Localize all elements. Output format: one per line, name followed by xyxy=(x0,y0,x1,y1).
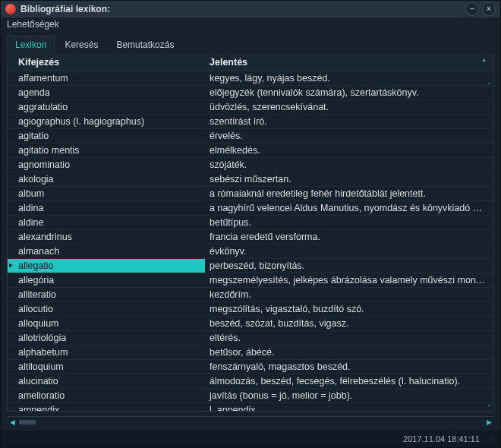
cell-meaning: fenszárnyaló, magasztos beszéd. xyxy=(205,360,493,374)
table-row[interactable]: almanachévkönyv. xyxy=(8,245,493,259)
status-datetime: 2017.11.04 18:41:11 xyxy=(403,434,480,443)
table-row[interactable]: allegóriamegszemélyesítés, jelképes ábrá… xyxy=(8,273,493,288)
table-row[interactable]: alexandrinusfrancia eredetű versforma. xyxy=(8,230,493,245)
table-row[interactable]: agitatio mentiselmélkedés. xyxy=(8,144,493,158)
cell-term: affamentum xyxy=(8,71,205,85)
cell-term: akologia xyxy=(8,172,205,186)
scroll-track[interactable] xyxy=(17,419,484,425)
cell-meaning: a rómaiaknál eredetileg fehér hirdetőtáb… xyxy=(205,187,493,200)
tab-kereses[interactable]: Keresés xyxy=(56,36,106,54)
cell-meaning: megszemélyesítés, jelképes ábrázolása va… xyxy=(205,273,493,287)
cell-meaning: perbeszéd, bizonyítás. xyxy=(205,259,493,273)
vertical-scrollbar[interactable]: ˄ ˅ xyxy=(484,81,494,412)
cell-meaning: kezdőrím. xyxy=(205,288,493,301)
horizontal-scrollbar[interactable]: ◀ ▶ xyxy=(7,416,494,427)
table-row[interactable]: allocutiomegszólítás, vigasztaló, buzdít… xyxy=(8,302,493,317)
tab-lexikon[interactable]: Lexikon xyxy=(7,36,55,54)
scroll-left-icon[interactable]: ◀ xyxy=(7,418,17,427)
tabs: Lexikon Keresés Bemutatkozás xyxy=(1,36,500,54)
cell-meaning: betűtípus. xyxy=(205,216,493,229)
cell-meaning: érvelés. xyxy=(205,129,493,143)
cell-term: alucinatio xyxy=(8,374,205,388)
statusbar: 2017.11.04 18:41:11 ⋰ xyxy=(1,431,500,447)
table-header: Kifejezés Jelentés ˄ xyxy=(8,54,493,71)
table-row[interactable]: alphabetumbetűsor, ábécé. xyxy=(8,345,493,360)
table-row[interactable]: altiloquiumfenszárnyaló, magasztos beszé… xyxy=(8,360,493,374)
col-header-meaning[interactable]: Jelentés ˄ xyxy=(205,54,493,71)
cell-term: ampendix xyxy=(8,403,205,411)
cell-meaning: elmélkedés. xyxy=(205,144,493,157)
table-row[interactable]: amelioratiojavítás (bonus = jó, melior =… xyxy=(8,389,493,403)
cell-meaning: álmodozás, beszéd, fecsegés, félrebeszél… xyxy=(205,374,493,388)
titlebar: Bibliográfiai lexikon: – × xyxy=(1,1,500,17)
table-row[interactable]: agitatioérvelés. xyxy=(8,129,493,144)
table-row[interactable]: aldinaa nagyhírű velencei Aldus Manutius… xyxy=(8,201,493,216)
cell-meaning: l. appendix. xyxy=(205,403,493,411)
table-row[interactable]: akologiasebészi műszertan. xyxy=(8,172,493,187)
cell-term: amelioratio xyxy=(8,389,205,402)
cell-term: allegória xyxy=(8,273,205,287)
table-row[interactable]: alliteratiokezdőrím. xyxy=(8,288,493,302)
table-row[interactable]: agiographus (l. hagiographus)szentírást … xyxy=(8,115,493,129)
chevron-up-icon[interactable]: ˄ xyxy=(478,58,489,67)
menu-options[interactable]: Lehetőségek xyxy=(7,19,59,30)
cell-meaning: megszólítás, vigasztaló, buzdító szó. xyxy=(205,302,493,316)
cell-meaning: előjegyzék (tennivalók számára), szertar… xyxy=(205,86,493,99)
table-container: Kifejezés Jelentés ˄ affamentumkegyes, l… xyxy=(7,54,494,412)
cell-term: allegatio xyxy=(8,259,205,273)
scroll-down-icon[interactable]: ˅ xyxy=(484,403,493,412)
cell-term: album xyxy=(8,187,205,200)
window-title: Bibliográfiai lexikon: xyxy=(20,4,110,14)
cell-term: allotriológia xyxy=(8,331,205,345)
col-header-term[interactable]: Kifejezés xyxy=(8,54,205,71)
table-row[interactable]: agnominatioszójáték. xyxy=(8,158,493,172)
table-body: affamentumkegyes, lágy, nyájas beszéd.ag… xyxy=(8,71,493,411)
cell-term: agitatio mentis xyxy=(8,144,205,157)
resize-grip-icon[interactable]: ⋰ xyxy=(487,434,494,444)
cell-term: agitatio xyxy=(8,129,205,143)
cell-term: allocutio xyxy=(8,302,205,316)
scroll-thumb[interactable] xyxy=(19,420,36,424)
table-row[interactable]: affamentumkegyes, lágy, nyájas beszéd. xyxy=(8,71,493,86)
cell-term: alexandrinus xyxy=(8,230,205,244)
cell-term: aggratulatio xyxy=(8,100,205,114)
cell-meaning: francia eredetű versforma. xyxy=(205,230,493,244)
cell-meaning: beszéd, szózat, buzdítás, vigasz. xyxy=(205,317,493,330)
menubar: Lehetőségek xyxy=(1,17,500,36)
cell-meaning: sebészi műszertan. xyxy=(205,172,493,186)
cell-term: alliteratio xyxy=(8,288,205,301)
minimize-button[interactable]: – xyxy=(465,2,479,16)
cell-meaning: szentírást író. xyxy=(205,115,493,128)
cell-meaning: évkönyv. xyxy=(205,245,493,258)
close-button[interactable]: × xyxy=(482,2,496,16)
cell-term: aldine xyxy=(8,216,205,229)
cell-meaning: betűsor, ábécé. xyxy=(205,345,493,359)
cell-term: agnominatio xyxy=(8,158,205,172)
cell-term: agenda xyxy=(8,86,205,99)
cell-term: agiographus (l. hagiographus) xyxy=(8,115,205,128)
table-row[interactable]: ampendixl. appendix. xyxy=(8,403,493,411)
table-row[interactable]: alloquiumbeszéd, szózat, buzdítás, vigas… xyxy=(8,317,493,331)
app-window: Bibliográfiai lexikon: – × Lehetőségek L… xyxy=(0,0,501,448)
app-icon xyxy=(5,4,16,14)
cell-term: alphabetum xyxy=(8,345,205,359)
table-row[interactable]: alucinatioálmodozás, beszéd, fecsegés, f… xyxy=(8,374,493,389)
cell-meaning: eltérés. xyxy=(205,331,493,345)
cell-meaning: szójáték. xyxy=(205,158,493,172)
cell-term: altiloquium xyxy=(8,360,205,374)
cell-term: almanach xyxy=(8,245,205,258)
cell-meaning: üdvözlés, szerencsekívánat. xyxy=(205,100,493,114)
table-row[interactable]: allotriológiaeltérés. xyxy=(8,331,493,345)
table-row[interactable]: aggratulatioüdvözlés, szerencsekívánat. xyxy=(8,100,493,115)
table-row[interactable]: aldinebetűtípus. xyxy=(8,216,493,230)
tab-bemutatkozas[interactable]: Bemutatkozás xyxy=(108,36,182,54)
cell-meaning: a nagyhírű velencei Aldus Manutius, nyom… xyxy=(205,201,493,215)
table-row[interactable]: allegatioperbeszéd, bizonyítás. xyxy=(8,259,493,273)
cell-meaning: javítás (bonus = jó, melior = jobb). xyxy=(205,389,493,402)
cell-meaning: kegyes, lágy, nyájas beszéd. xyxy=(205,71,493,85)
scroll-right-icon[interactable]: ▶ xyxy=(484,418,494,427)
table-row[interactable]: agendaelőjegyzék (tennivalók számára), s… xyxy=(8,86,493,100)
scroll-up-icon[interactable]: ˄ xyxy=(484,81,493,90)
cell-term: alloquium xyxy=(8,317,205,330)
table-row[interactable]: albuma rómaiaknál eredetileg fehér hirde… xyxy=(8,187,493,201)
